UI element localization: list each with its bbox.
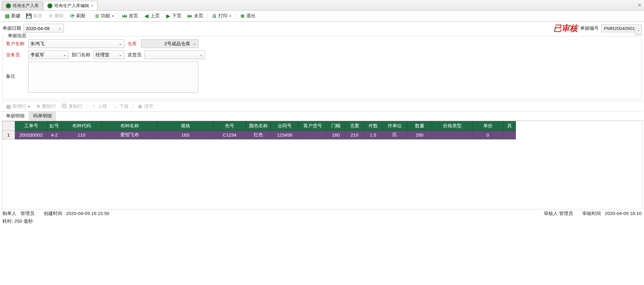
collapse-button[interactable]: ⌃ — [635, 28, 642, 35]
delete-icon: ✕ — [48, 13, 53, 19]
print-button[interactable]: ⎙打印▾ — [209, 12, 234, 20]
cell[interactable]: 1.5 — [364, 131, 382, 139]
col-header[interactable]: 色号 — [213, 121, 246, 131]
delete-button[interactable]: ✕删除 — [45, 12, 66, 20]
status-stamp: 已审核 — [553, 23, 578, 34]
detail-grid-scroll[interactable]: 工单号缸号布种代码布种名称规格色号颜色名称合同号客户货号门幅克重件数件单位数量价… — [2, 121, 642, 209]
functions-button[interactable]: ≣功能▾ — [92, 12, 116, 20]
col-header[interactable]: 单价 — [472, 121, 503, 131]
prev-page-button[interactable]: ◀上页 — [141, 12, 162, 20]
cell[interactable] — [503, 131, 516, 139]
col-header[interactable]: 门幅 — [327, 121, 345, 131]
deliverer-field[interactable] — [145, 50, 205, 59]
cell[interactable]: 爱招飞布 — [102, 131, 158, 139]
col-header[interactable]: 件数 — [364, 121, 382, 131]
clear-button[interactable]: ⊗清空 — [135, 102, 156, 111]
auditor-value: 管理员 — [559, 211, 573, 216]
up-icon: ↑ — [91, 103, 96, 109]
warehouse-field[interactable] — [141, 39, 199, 48]
cell[interactable]: 匹 — [382, 131, 407, 139]
col-header[interactable]: 布种名称 — [102, 121, 158, 131]
deliverer-label: 送货员 — [127, 52, 141, 58]
cell[interactable]: 16S — [158, 131, 213, 139]
tab-detail-main[interactable]: 单据明细 — [2, 111, 29, 121]
tab-inbound-edit[interactable]: 坯布生产入库编辑 × — [43, 1, 97, 10]
tab-detail-code[interactable]: 码单明细 — [29, 111, 56, 121]
col-header[interactable]: 工单号 — [15, 121, 47, 131]
col-header[interactable]: 合同号 — [271, 121, 299, 131]
separator — [133, 103, 133, 110]
customer-field[interactable] — [28, 39, 124, 48]
delete-row-button[interactable]: ✕删除行 — [33, 102, 59, 111]
chevron-down-icon: ▾ — [112, 14, 114, 18]
cell[interactable]: 210 — [345, 131, 364, 139]
move-down-button[interactable]: ↓下移 — [110, 102, 131, 111]
cell[interactable]: C1234 — [213, 131, 246, 139]
move-up-button[interactable]: ↑上移 — [88, 102, 110, 111]
exit-button[interactable]: ⊗退出 — [237, 12, 258, 20]
audited-value: 2020-04-09 16:10 — [605, 211, 642, 216]
chevron-down-icon: ▾ — [28, 105, 30, 108]
col-header[interactable]: 数量 — [407, 121, 432, 131]
cell[interactable]: 290 — [407, 131, 432, 139]
col-header[interactable]: 缸号 — [47, 121, 61, 131]
globe-icon — [6, 3, 11, 8]
globe-icon — [47, 3, 52, 8]
save-button[interactable]: 💾保存 — [24, 12, 45, 20]
new-button[interactable]: ▤新建 — [2, 12, 23, 20]
window-close-icon[interactable]: × — [637, 1, 642, 9]
cell[interactable]: 160 — [327, 131, 345, 139]
cell[interactable]: 110 — [61, 131, 102, 139]
refresh-icon: ⟳ — [69, 13, 75, 19]
cell[interactable]: 123456 — [271, 131, 299, 139]
next-icon: ▶ — [165, 13, 171, 19]
list-icon: ≣ — [94, 13, 100, 19]
col-header[interactable]: 其 — [503, 121, 516, 131]
form-row-1: 客户名称 仓库 — [6, 39, 638, 48]
dept-field[interactable] — [93, 50, 124, 59]
next-page-button[interactable]: ▶下页 — [163, 12, 184, 20]
col-header[interactable]: 价格类型 — [432, 121, 472, 131]
print-icon: ⎙ — [212, 13, 217, 19]
cell[interactable] — [299, 131, 327, 139]
chevron-up-icon: ⌃ — [637, 29, 640, 34]
save-icon: 💾 — [26, 13, 32, 19]
last-page-button[interactable]: ⏭末页 — [185, 12, 206, 20]
new-icon: ▤ — [4, 13, 10, 19]
remark-label: 备注 — [6, 62, 25, 79]
first-page-button[interactable]: ⏮首页 — [119, 12, 141, 20]
col-header[interactable]: 客户货号 — [299, 121, 327, 131]
exit-icon: ⊗ — [239, 13, 245, 19]
copy-row-button[interactable]: ⿻复制行 — [59, 102, 85, 111]
col-header[interactable]: 件单位 — [382, 121, 407, 131]
remark-field[interactable] — [28, 62, 198, 93]
cell[interactable] — [432, 131, 472, 139]
salesman-field[interactable] — [28, 50, 69, 59]
col-header[interactable]: 布种代码 — [61, 121, 102, 131]
add-row-icon: ▤ — [6, 103, 11, 109]
close-icon[interactable]: × — [91, 3, 93, 8]
cell[interactable]: 红色 — [246, 131, 271, 139]
cell[interactable]: 4-2 — [47, 131, 61, 139]
cell[interactable]: 200330002 — [15, 131, 47, 139]
last-icon: ⏭ — [187, 13, 193, 19]
window-tabstrip: 坯布生产入库 坯布生产入库编辑 × × — [0, 0, 644, 11]
col-header[interactable]: 克重 — [345, 121, 364, 131]
col-header[interactable]: 规格 — [158, 121, 213, 131]
row-number: 1 — [2, 131, 15, 139]
delete-row-icon: ✕ — [35, 103, 41, 109]
refresh-button[interactable]: ⟳刷新 — [67, 12, 88, 20]
separator — [118, 13, 118, 20]
dept-label: 部门名称 — [72, 52, 90, 58]
date-field[interactable] — [24, 24, 64, 33]
form-row-2: 业务员 部门名称 送货员 — [6, 50, 638, 59]
table-row[interactable]: 12003300024-2110爱招飞布16SC1234红色1234561602… — [2, 131, 516, 139]
add-row-button[interactable]: ▤新增行▾ — [3, 102, 32, 111]
tab-label: 坯布生产入库 — [13, 3, 39, 9]
detail-toolbar: ▤新增行▾ ✕删除行 ⿻复制行 ↑上移 ↓下移 ⊗清空 — [1, 101, 643, 112]
tab-inbound-list[interactable]: 坯布生产入库 — [2, 1, 43, 10]
first-icon: ⏮ — [122, 13, 127, 19]
cell[interactable]: 0 — [472, 131, 503, 139]
doc-no-label: 单据编号 — [580, 25, 599, 31]
col-header[interactable]: 颜色名称 — [246, 121, 271, 131]
